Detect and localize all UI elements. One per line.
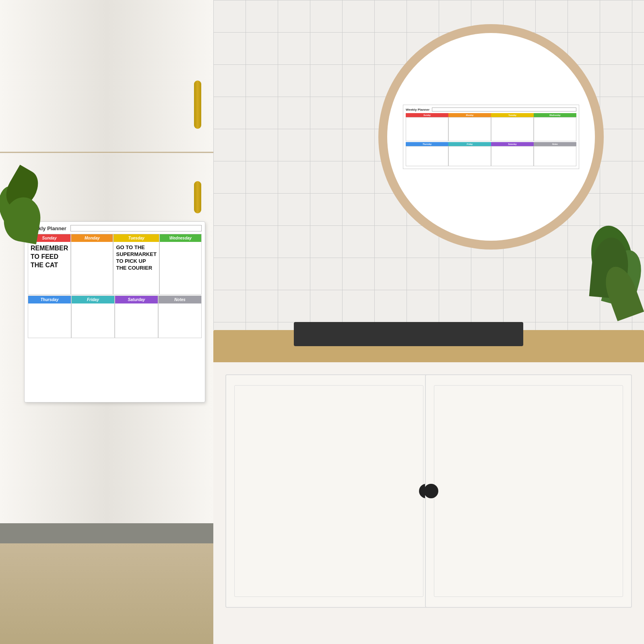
mini-weekly-planner: Weekly Planner Sunday Monday Tuesday — [403, 105, 579, 169]
mini-tuesday-header: Tuesday — [491, 113, 534, 117]
mini-planner-header: Weekly Planner — [406, 107, 576, 111]
plant-right — [568, 225, 640, 407]
mini-saturday-content — [491, 146, 534, 166]
mini-friday-content — [448, 146, 491, 166]
mini-sunday-header: Sunday — [406, 113, 448, 117]
mini-top-grid: Sunday Monday Tuesday Wednesday — [406, 113, 576, 141]
mini-sunday-content — [406, 117, 448, 141]
cabinet-right-handle — [424, 484, 438, 498]
cabinet-right-door — [425, 374, 632, 608]
wednesday-column: Wednesday — [159, 234, 202, 295]
mini-tuesday-content — [491, 117, 534, 141]
mini-notes-col: Notes — [534, 142, 576, 166]
cabinet-left-door — [225, 374, 432, 608]
cabinet-left-inner — [234, 385, 423, 597]
mini-notes-header: Notes — [534, 142, 576, 146]
notes-content — [159, 303, 201, 338]
saturday-header: Saturday — [115, 296, 158, 303]
monday-content — [71, 242, 113, 294]
mini-friday-col: Friday — [448, 142, 491, 166]
weekly-planner-magnet: Weekly Planner Sunday REMEMBERTO FEEDTHE… — [24, 221, 205, 402]
fridge-handle-top — [194, 80, 201, 129]
mini-thursday-content — [406, 146, 448, 166]
circular-inset: Weekly Planner Sunday Monday Tuesday — [378, 24, 604, 250]
planner-bottom-grid: Thursday Friday Saturday Notes — [28, 295, 202, 338]
cabinet-right-inner — [434, 385, 623, 597]
planner-top-grid: Sunday REMEMBERTO FEEDTHE CAT Monday Tue… — [28, 234, 202, 295]
mini-sunday-col: Sunday — [406, 113, 448, 141]
friday-column: Friday — [71, 295, 115, 338]
mini-monday-content — [448, 117, 491, 141]
wednesday-content — [160, 242, 201, 294]
monday-column: Monday — [71, 234, 113, 295]
notes-header: Notes — [159, 296, 201, 303]
mini-thursday-col: Thursday — [406, 142, 448, 166]
saturday-column: Saturday — [115, 295, 158, 338]
notes-column: Notes — [158, 295, 202, 338]
mini-tuesday-col: Tuesday — [491, 113, 534, 141]
monday-header: Monday — [71, 234, 113, 242]
tuesday-header: Tuesday — [114, 234, 159, 242]
circle-inner: Weekly Planner Sunday Monday Tuesday — [387, 33, 594, 240]
wednesday-header: Wednesday — [160, 234, 201, 242]
mini-notes-content — [534, 146, 576, 166]
mini-planner-title: Weekly Planner — [406, 108, 429, 111]
mini-saturday-col: Saturday — [491, 142, 534, 166]
friday-content — [72, 303, 114, 338]
friday-header: Friday — [72, 296, 114, 303]
fridge-base — [0, 523, 213, 543]
mini-monday-col: Monday — [448, 113, 491, 141]
mini-friday-header: Friday — [448, 142, 491, 146]
kitchen-background: Weekly Planner Sunday REMEMBERTO FEEDTHE… — [0, 0, 644, 644]
tuesday-content: GO TO THESUPERMARKETTO PICK UPTHE COURIE… — [114, 242, 159, 294]
planner-title-input-box — [70, 225, 202, 231]
fridge-handle-bottom — [194, 181, 201, 213]
mini-bottom-grid: Thursday Friday Saturday Notes — [406, 142, 576, 166]
mini-saturday-header: Saturday — [491, 142, 534, 146]
plant-left — [0, 113, 44, 314]
mini-wednesday-col: Wednesday — [534, 113, 576, 141]
mini-wednesday-content — [534, 117, 576, 141]
mini-monday-header: Monday — [448, 113, 491, 117]
mini-wednesday-header: Wednesday — [534, 113, 576, 117]
planner-header: Weekly Planner — [28, 225, 202, 231]
tuesday-column: Tuesday GO TO THESUPERMARKETTO PICK UPTH… — [113, 234, 159, 295]
saturday-content — [115, 303, 158, 338]
mini-title-box — [432, 107, 576, 111]
stove-top — [294, 322, 523, 346]
mini-thursday-header: Thursday — [406, 142, 448, 146]
